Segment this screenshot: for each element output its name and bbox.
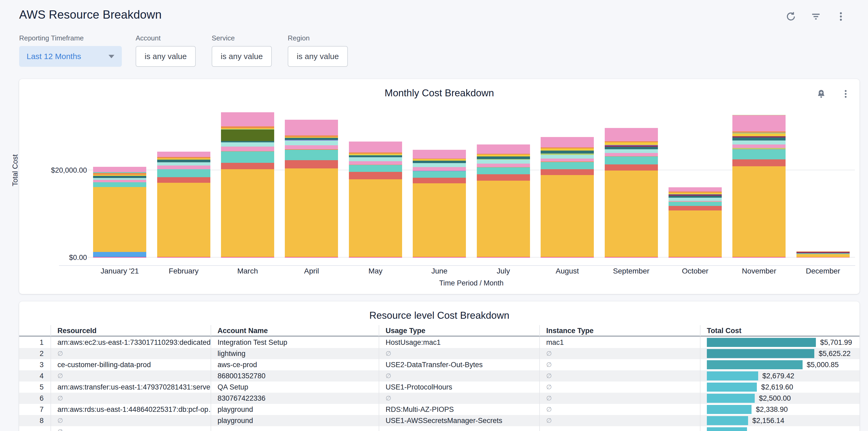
bar-segment-pink[interactable] — [605, 153, 658, 156]
cell-instance[interactable]: ∅ — [539, 404, 700, 415]
bar-segment-pink[interactable] — [669, 187, 722, 191]
bar-segment-blue[interactable] — [93, 252, 146, 257]
filter-icon[interactable] — [810, 11, 822, 22]
bar-segment-darkteal[interactable] — [605, 147, 658, 149]
cell-resource[interactable]: arn:aws:ec2:us-east-1:733017110293:dedic… — [51, 337, 211, 348]
bar-segment-pink[interactable] — [285, 120, 338, 135]
bar-segment-amber[interactable] — [477, 181, 530, 257]
cell-usage[interactable]: USE2-DataTransfer-Out-Bytes — [379, 359, 539, 370]
refresh-icon[interactable] — [785, 11, 797, 22]
service-filter-button[interactable]: is any value — [212, 46, 272, 67]
bar-segment-red[interactable] — [285, 160, 338, 168]
cell-total-cost[interactable]: $5,625.22 — [700, 348, 860, 359]
bar-segment-darkteal[interactable] — [285, 138, 338, 140]
bar-segment-amber[interactable] — [797, 254, 850, 257]
cell-total-cost[interactable]: $5,000.85 — [700, 359, 860, 370]
bar-segment-lightcyan[interactable] — [733, 141, 785, 145]
bar-segment-magenta[interactable] — [221, 257, 274, 257]
cell-usage[interactable]: USE1-AWSSecretsManager-Secrets — [379, 415, 539, 426]
bar-segment-magenta[interactable] — [349, 257, 402, 257]
bar-segment-teal[interactable] — [669, 202, 722, 206]
bar-segment-teal[interactable] — [413, 171, 466, 178]
col-header-instance-type[interactable]: Instance Type — [539, 325, 700, 336]
cell-total-cost[interactable]: $2,500.00 — [700, 393, 860, 404]
cell-instance[interactable]: ∅ — [539, 359, 700, 370]
bar-segment-teal[interactable] — [733, 149, 785, 159]
bar-segment-magenta[interactable] — [733, 257, 785, 257]
bar-segment-red[interactable] — [157, 177, 210, 183]
bar-segment-lightcyan[interactable] — [285, 141, 338, 145]
bar-segment-teal[interactable] — [540, 162, 594, 170]
bar-segment-darkteal[interactable] — [93, 176, 146, 178]
cell-resource[interactable]: ∅ — [51, 426, 211, 431]
cell-instance[interactable] — [539, 426, 700, 431]
bar-segment-pink[interactable] — [733, 115, 785, 131]
cell-usage[interactable]: HostUsage:mac1 — [379, 337, 539, 348]
cell-instance[interactable]: ∅ — [539, 415, 700, 426]
bar-segment-darkteal[interactable] — [349, 155, 402, 157]
cell-instance[interactable]: ∅ — [539, 393, 700, 404]
bar-segment-darkteal[interactable] — [477, 156, 530, 159]
cell-account[interactable]: 830767422336 — [211, 393, 379, 404]
cell-resource[interactable]: ∅ — [51, 393, 211, 404]
cell-instance[interactable]: ∅ — [539, 348, 700, 359]
bar-segment-red[interactable] — [221, 163, 274, 170]
bar-segment-pink[interactable] — [413, 150, 466, 159]
cell-resource[interactable]: ∅ — [51, 415, 211, 426]
region-filter-button[interactable]: is any value — [288, 46, 348, 67]
bar-segment-lightcyan[interactable] — [669, 198, 722, 201]
bar-segment-red[interactable] — [413, 178, 466, 183]
bar-segment-pink[interactable] — [477, 145, 530, 154]
cell-usage[interactable]: ∅ — [379, 348, 539, 359]
bar-segment-pink[interactable] — [540, 137, 594, 147]
bar-segment-lightcyan[interactable] — [413, 163, 466, 167]
bar-segment-amber[interactable] — [349, 179, 402, 257]
bar-segment-darkteal[interactable] — [413, 161, 466, 163]
cell-instance[interactable]: ∅ — [539, 370, 700, 381]
bar-segment-lightcyan[interactable] — [157, 162, 210, 165]
bar-segment-pink[interactable] — [285, 145, 338, 149]
cell-usage[interactable]: RDS:Multi-AZ-PIOPS — [379, 404, 539, 415]
bar-segment-darkteal[interactable] — [733, 137, 785, 141]
kebab-menu-icon[interactable] — [835, 11, 847, 22]
stacked-bar-February[interactable] — [157, 152, 210, 257]
bar-segment-pink[interactable] — [540, 159, 594, 161]
cell-usage[interactable]: USE1-ProtocolHours — [379, 381, 539, 393]
bar-segment-lightcyan[interactable] — [477, 160, 530, 164]
cell-total-cost[interactable]: $2,156.14 — [700, 415, 860, 426]
cell-instance[interactable]: ∅ — [539, 381, 700, 393]
cell-resource[interactable]: arn:aws:rds:us-east-1:448640225317:db:pc… — [51, 404, 211, 415]
stacked-bar-June[interactable] — [413, 150, 466, 257]
bar-segment-teal[interactable] — [349, 165, 402, 172]
bar-segment-red[interactable] — [669, 206, 722, 210]
bar-segment-teal[interactable] — [605, 156, 658, 164]
stacked-bar-August[interactable] — [540, 137, 594, 257]
col-header-account-name[interactable]: Account Name — [211, 325, 379, 336]
cell-account[interactable]: 868001352780 — [211, 370, 379, 381]
cell-resource[interactable]: arn:aws:transfer:us-east-1:479370281431:… — [51, 381, 211, 393]
stacked-bar-October[interactable] — [669, 187, 722, 257]
bar-segment-yellow2[interactable] — [477, 155, 530, 156]
cell-total-cost[interactable]: $2,679.42 — [700, 370, 860, 381]
bar-segment-yellow2[interactable] — [605, 142, 658, 145]
col-header-usage-type[interactable]: Usage Type — [379, 325, 539, 336]
stacked-bar-September[interactable] — [605, 128, 658, 257]
bar-segment-pink[interactable] — [93, 180, 146, 182]
col-header-total-cost[interactable]: Total Cost — [700, 325, 860, 336]
bar-segment-pink[interactable] — [413, 167, 466, 171]
bar-segment-amber[interactable] — [285, 168, 338, 257]
bar-segment-teal[interactable] — [285, 150, 338, 160]
bar-segment-amber[interactable] — [413, 183, 466, 257]
bar-segment-red[interactable] — [477, 174, 530, 181]
cell-account[interactable]: playground — [211, 404, 379, 415]
bar-segment-pink[interactable] — [733, 145, 785, 148]
bar-segment-pink[interactable] — [93, 167, 146, 173]
bar-segment-magenta[interactable] — [93, 257, 146, 257]
bar-segment-magenta[interactable] — [797, 257, 850, 257]
cell-account[interactable]: playground — [211, 415, 379, 426]
stacked-bar-March[interactable] — [221, 112, 274, 257]
bar-segment-amber[interactable] — [669, 210, 722, 257]
bar-segment-teal[interactable] — [93, 182, 146, 187]
bar-segment-amber[interactable] — [540, 175, 594, 257]
bar-segment-amber[interactable] — [605, 171, 658, 257]
